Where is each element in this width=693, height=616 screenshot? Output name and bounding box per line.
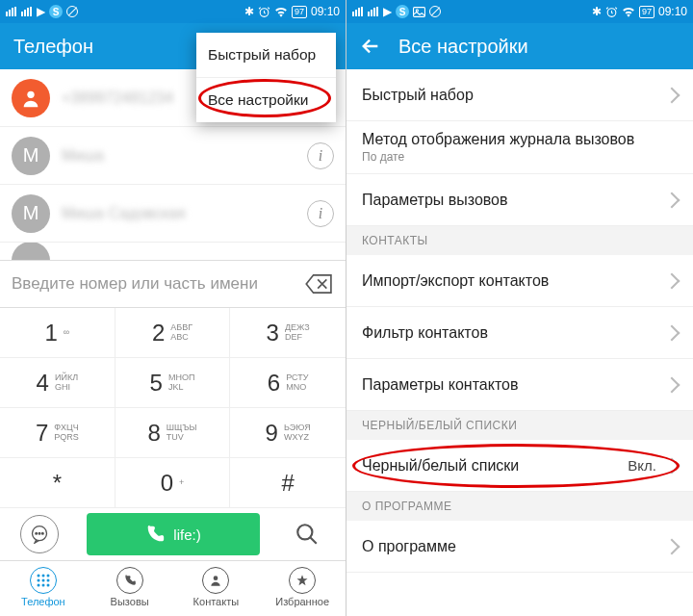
setting-call-params[interactable]: Параметры вызовов	[346, 174, 693, 226]
signal-icon	[368, 7, 379, 16]
menu-speed-dial[interactable]: Быстрый набор	[196, 33, 336, 77]
avatar	[12, 79, 50, 117]
chevron-right-icon	[664, 538, 680, 554]
section-contacts: КОНТАКТЫ	[346, 226, 693, 255]
chevron-right-icon	[664, 87, 680, 103]
nav-label: Вызовы	[111, 596, 149, 607]
svg-point-7	[37, 574, 39, 577]
sms-button[interactable]	[20, 515, 59, 553]
search-button[interactable]	[288, 515, 326, 553]
nav-contacts[interactable]: Контакты	[173, 561, 260, 612]
play-icon: ▶	[37, 5, 45, 18]
info-button[interactable]: i	[307, 200, 334, 227]
wifi-icon	[274, 7, 288, 17]
wifi-icon	[622, 7, 635, 17]
svg-point-18	[416, 9, 418, 11]
nav-calls[interactable]: Вызовы	[87, 561, 173, 612]
svg-rect-17	[414, 7, 425, 16]
avatar	[12, 243, 50, 260]
key-8[interactable]: 8ШЩЪЫ TUV	[116, 408, 231, 458]
dialer-keypad: 1∞ 2АБВГ ABC 3ДЕЖЗ DEF 4ИЙКЛ GHI 5МНОП J…	[0, 308, 346, 508]
svg-point-9	[46, 574, 49, 577]
back-icon[interactable]	[360, 36, 381, 57]
setting-title: Импорт/экспорт контактов	[362, 272, 666, 290]
setting-title: Черный/белый списки	[362, 457, 628, 475]
screen-settings: ▶ S ✱ 97 09:10 Все настройки Быстрый наб…	[346, 0, 693, 616]
contact-row[interactable]: M Миша Садовская i	[0, 185, 346, 243]
signal-icon	[21, 7, 33, 16]
key-1[interactable]: 1∞	[0, 308, 116, 358]
nav-label: Контакты	[193, 596, 240, 607]
battery-icon: 97	[639, 6, 654, 18]
status-time: 09:10	[658, 5, 687, 18]
key-7[interactable]: 7ФХЦЧ PQRS	[0, 408, 116, 458]
svg-point-3	[35, 532, 37, 534]
nav-label: Избранное	[275, 596, 329, 607]
dialer-input[interactable]: Введите номер или часть имени	[0, 260, 346, 308]
setting-subtitle: По дате	[362, 150, 678, 164]
svg-point-16	[214, 576, 218, 580]
settings-list[interactable]: Быстрый набор Метод отображения журнала …	[346, 69, 693, 616]
backspace-icon[interactable]	[305, 273, 334, 295]
person-icon	[202, 567, 229, 594]
screen-phone: ▶ S ✱ 97 09:10 Телефон Быстрый набор	[0, 0, 346, 616]
setting-title: Метод отображения журнала вызовов	[362, 131, 678, 148]
nav-favorites[interactable]: Избранное	[259, 561, 346, 612]
bottom-nav: Телефон Вызовы Контакты Избранное	[0, 560, 346, 612]
svg-point-14	[41, 583, 44, 586]
nav-phone[interactable]: Телефон	[0, 561, 87, 612]
key-6[interactable]: 6РСТУ MNO	[230, 358, 346, 408]
chevron-right-icon	[664, 376, 680, 393]
svg-point-15	[46, 583, 49, 586]
app-bar: Все настройки	[346, 23, 693, 69]
svg-point-13	[37, 583, 39, 586]
s-icon: S	[396, 5, 409, 18]
key-9[interactable]: 9ЬЭЮЯ WXYZ	[230, 408, 346, 458]
contact-name: Миша Садовская	[62, 205, 295, 222]
bluetooth-icon: ✱	[592, 5, 602, 18]
svg-point-10	[37, 578, 39, 581]
call-button[interactable]: life:)	[87, 513, 260, 555]
setting-title: Параметры вызовов	[362, 192, 666, 209]
status-bar: ▶ S ✱ 97 09:10	[346, 0, 693, 23]
info-button[interactable]: i	[307, 142, 334, 169]
app-title: Все настройки	[398, 36, 528, 58]
call-label: life:)	[173, 526, 200, 543]
setting-call-log-display[interactable]: Метод отображения журнала вызовов По дат…	[346, 121, 693, 174]
setting-speed-dial[interactable]: Быстрый набор	[346, 69, 693, 121]
setting-title: Фильтр контактов	[362, 324, 666, 342]
setting-value: Вкл.	[628, 457, 656, 474]
setting-contact-filter[interactable]: Фильтр контактов	[346, 307, 693, 359]
setting-import-export[interactable]: Импорт/экспорт контактов	[346, 255, 693, 307]
key-2[interactable]: 2АБВГ ABC	[116, 308, 231, 358]
alarm-icon	[258, 6, 270, 18]
nav-label: Телефон	[21, 596, 65, 607]
setting-about[interactable]: О программе	[346, 521, 693, 573]
key-hash[interactable]: #	[230, 458, 346, 508]
avatar: M	[12, 137, 50, 175]
svg-point-4	[38, 532, 40, 534]
chevron-right-icon	[664, 272, 680, 289]
section-black-white: ЧЕРНЫЙ/БЕЛЫЙ СПИСКИ	[346, 411, 693, 440]
phone-icon	[116, 567, 143, 594]
contact-row[interactable]: M Миша i	[0, 127, 346, 185]
key-0[interactable]: 0+	[116, 458, 231, 508]
no-icon	[66, 6, 78, 17]
setting-title: О программе	[362, 538, 666, 555]
setting-black-white-list[interactable]: Черный/белый списки Вкл.	[346, 440, 693, 492]
status-time: 09:10	[311, 5, 340, 18]
key-3[interactable]: 3ДЕЖЗ DEF	[230, 308, 346, 358]
key-star[interactable]: *	[0, 458, 116, 508]
setting-contact-params[interactable]: Параметры контактов	[346, 359, 693, 411]
overflow-menu: Быстрый набор Все настройки	[196, 33, 336, 122]
dialpad-icon	[30, 567, 57, 594]
svg-point-5	[41, 532, 43, 534]
menu-all-settings[interactable]: Все настройки	[196, 77, 336, 122]
contact-row[interactable]	[0, 243, 346, 260]
avatar: M	[12, 194, 50, 233]
key-5[interactable]: 5МНОП JKL	[116, 358, 231, 408]
svg-point-8	[41, 574, 44, 577]
key-4[interactable]: 4ИЙКЛ GHI	[0, 358, 116, 408]
setting-title: Параметры контактов	[362, 376, 666, 394]
section-about: О ПРОГРАММЕ	[346, 492, 693, 521]
